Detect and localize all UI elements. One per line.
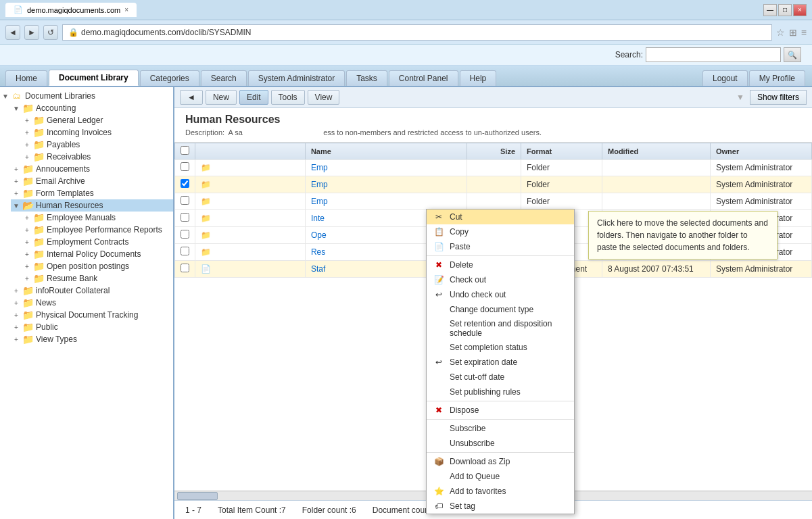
col-size[interactable]: Size [467, 143, 521, 159]
maximize-btn[interactable]: □ [778, 4, 792, 16]
tools-btn[interactable]: Tools [271, 90, 305, 105]
menu-item-expiration[interactable]: ↩ Set expiration date [427, 355, 574, 370]
col-owner[interactable]: Owner [711, 143, 812, 159]
menu-item-subscribe[interactable]: Subscribe [427, 421, 574, 436]
row-checkbox-6[interactable] [181, 247, 189, 255]
tab-categories[interactable]: Categories [140, 70, 199, 86]
menu-item-add-favorites[interactable]: ⭐ Add to favorites [427, 484, 574, 499]
menu-item-paste[interactable]: 📄 Paste [427, 239, 574, 254]
address-bar[interactable]: 🔒 demo.magiqdocuments.com/doclib/SYSADMI… [62, 24, 772, 41]
row-name-2[interactable]: Emp [311, 180, 461, 189]
tab-my-profile[interactable]: My Profile [749, 70, 805, 86]
menu-item-delete[interactable]: ✖ Delete [427, 257, 574, 272]
close-btn[interactable]: × [793, 4, 807, 16]
row-owner-7: System Administrator [711, 261, 812, 278]
tree-annoucements[interactable]: + 📁 Annoucements [11, 163, 173, 175]
bookmark-icon[interactable]: ☆ [776, 27, 785, 38]
tree-incoming-invoices[interactable]: + 📁 Incoming Invoices [22, 126, 173, 139]
edit-btn[interactable]: Edit [239, 90, 268, 105]
address-text: demo.magiqdocuments.com/doclib/SYSADMIN [81, 28, 766, 37]
pagination-label: 1 - 7 [185, 505, 201, 515]
view-btn[interactable]: View [308, 90, 340, 105]
row-icon-1: 📁 [201, 163, 211, 172]
menu-icon[interactable]: ≡ [801, 27, 807, 38]
tree-payables[interactable]: + 📁 Payables [22, 139, 173, 151]
search-input[interactable] [646, 47, 781, 62]
col-name[interactable]: Name [305, 143, 467, 159]
tree-open-positions[interactable]: + 📁 Open position postings [22, 260, 173, 272]
back-toolbar-btn[interactable]: ◄ [180, 90, 203, 105]
col-modified[interactable]: Modified [602, 143, 711, 159]
extensions-icon[interactable]: ⊞ [789, 27, 797, 38]
show-filters-btn[interactable]: Show filters [750, 90, 807, 105]
menu-item-set-tag[interactable]: 🏷 Set tag [427, 499, 574, 514]
browser-tab[interactable]: 📄 demo.magiqdocuments.com × [5, 3, 137, 17]
context-menu: ✂ Cut 📋 Copy 📄 Paste ✖ Delete 📝 [426, 209, 575, 514]
row-checkbox-2[interactable] [181, 179, 189, 188]
tree-email-archive[interactable]: + 📁 Email Archive [11, 175, 173, 187]
tab-search[interactable]: Search [201, 70, 247, 86]
tab-document-library[interactable]: Document Library [49, 70, 139, 86]
row-icon-4: 📁 [201, 214, 211, 223]
content-panel: ◄ New Edit Tools View ▼ Show filters Hum… [174, 87, 812, 519]
select-all-checkbox[interactable] [181, 146, 189, 155]
row-checkbox-4[interactable] [181, 213, 189, 222]
row-name-1[interactable]: Emp [311, 163, 461, 172]
menu-item-checkout[interactable]: 📝 Check out [427, 272, 574, 287]
menu-item-change-doc-type[interactable]: Change document type [427, 302, 574, 317]
tree-view-types[interactable]: + 📁 View Types [11, 333, 173, 345]
tree-public[interactable]: + 📁 Public [11, 321, 173, 333]
menu-item-undo-checkout[interactable]: ↩ Undo check out [427, 287, 574, 302]
tab-logout[interactable]: Logout [702, 70, 748, 86]
tree-accounting[interactable]: ▼ 📁 Accounting [11, 102, 173, 114]
menu-item-copy[interactable]: 📋 Copy [427, 224, 574, 239]
tab-system-administrator[interactable]: System Administrator [248, 70, 345, 86]
col-icon [195, 143, 306, 159]
tab-help[interactable]: Help [460, 70, 497, 86]
tab-home[interactable]: Home [5, 70, 47, 86]
tab-close-btn[interactable]: × [124, 6, 128, 14]
menu-item-unsubscribe[interactable]: Unsubscribe [427, 436, 574, 451]
download-zip-icon: 📦 [432, 456, 446, 467]
tab-tasks[interactable]: Tasks [346, 70, 387, 86]
row-name-3[interactable]: Emp [311, 197, 461, 206]
tree-root[interactable]: ▼ 🗂 Document Libraries [0, 90, 173, 102]
forward-btn[interactable]: ► [24, 25, 39, 40]
row-checkbox-1[interactable] [181, 162, 189, 171]
menu-item-retention[interactable]: Set retention and disposition schedule [427, 317, 574, 340]
tree-employee-performance[interactable]: + 📁 Employee Performance Reports [22, 224, 173, 236]
row-checkbox-7[interactable] [181, 264, 189, 272]
menu-item-cut[interactable]: ✂ Cut [427, 209, 574, 224]
menu-item-publishing[interactable]: Set publishing rules [427, 385, 574, 399]
menu-item-add-to-queue[interactable]: Add to Queue [427, 469, 574, 484]
row-icon-6: 📁 [201, 247, 211, 257]
tree-general-ledger[interactable]: + 📁 General Ledger [22, 114, 173, 126]
tree-form-templates[interactable]: + 📁 Form Templates [11, 187, 173, 199]
row-checkbox-5[interactable] [181, 230, 189, 239]
add-favorites-icon: ⭐ [432, 486, 446, 497]
tree-resume-bank[interactable]: + 📁 Resume Bank [22, 272, 173, 285]
col-format[interactable]: Format [521, 143, 602, 159]
menu-item-download-zip[interactable]: 📦 Download as Zip [427, 454, 574, 469]
tree-inforouter[interactable]: + 📁 infoRouter Collateral [11, 285, 173, 297]
menu-item-completion[interactable]: Set completion status [427, 340, 574, 355]
minimize-btn[interactable]: — [763, 4, 777, 16]
tree-human-resources[interactable]: ▼ 📂 Human Resources [11, 199, 173, 212]
tab-control-panel[interactable]: Control Panel [389, 70, 458, 86]
reload-btn[interactable]: ↺ [43, 25, 58, 40]
row-format-1: Folder [521, 159, 602, 176]
hscroll-thumb[interactable] [177, 492, 218, 500]
tree-news[interactable]: + 📁 News [11, 297, 173, 309]
tree-employment-contracts[interactable]: + 📁 Employment Contracts [22, 236, 173, 248]
back-btn[interactable]: ◄ [5, 25, 20, 40]
menu-item-dispose[interactable]: ✖ Dispose [427, 403, 574, 418]
tree-physical-doc[interactable]: + 📁 Physical Document Tracking [11, 309, 173, 321]
row-checkbox-3[interactable] [181, 196, 189, 205]
new-btn[interactable]: New [206, 90, 237, 105]
row-owner-2: System Administrator [711, 176, 812, 193]
menu-item-cutoff[interactable]: Set cut-off date [427, 370, 574, 385]
search-button[interactable]: 🔍 [784, 47, 801, 62]
tree-internal-policy[interactable]: + 📁 Internal Policy Documents [22, 248, 173, 260]
tree-receivables[interactable]: + 📁 Receivables [22, 151, 173, 163]
tree-employee-manuals[interactable]: + 📁 Employee Manuals [22, 212, 173, 224]
